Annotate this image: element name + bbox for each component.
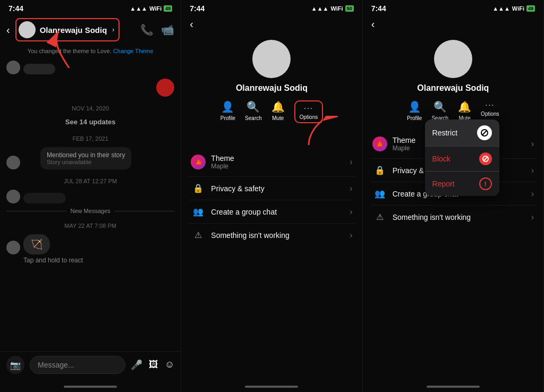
privacy-title-2: Privacy & safety [211, 184, 350, 193]
profile-action-profile-3[interactable]: 👤 Profile [407, 100, 422, 121]
status-bar-3: 7:44 ▲▲▲ WiFi 49 [363, 0, 543, 15]
time-1: 7:44 [8, 4, 23, 13]
change-theme-link[interactable]: Change Theme [113, 48, 154, 54]
profile-label: Profile [220, 115, 235, 121]
profile-actions-3: 👤 Profile 🔍 Search 🔔 Mute ··· Options Re… [363, 100, 543, 121]
privacy-chevron-3: › [531, 166, 534, 175]
chat-row-4: 🏹 [6, 234, 174, 254]
chat-avatar-sm-2 [6, 156, 20, 169]
dropdown-restrict[interactable]: Restrict [425, 120, 499, 147]
profile-action-mute[interactable]: 🔔 Mute [271, 100, 285, 123]
time-2: 7:44 [190, 4, 205, 13]
chat-row-2: Mentioned you in their story Story unava… [6, 147, 174, 169]
group-icon-3: 👥 [372, 189, 387, 199]
battery-1: 49 [164, 5, 172, 12]
profile-name-2: Olanrewaju Sodiq [236, 83, 308, 93]
profile-action-search-3[interactable]: 🔍 Search [431, 100, 448, 121]
status-icons-1: ▲▲▲ WiFi 49 [130, 5, 173, 12]
status-icons-3: ▲▲▲ WiFi 49 [492, 5, 535, 12]
sticker-icon[interactable]: ☺ [165, 359, 174, 371]
block-label: Block [432, 155, 450, 163]
chat-avatar-sm-4 [6, 241, 20, 254]
profile-body-3: Olanrewaju Sodiq 👤 Profile 🔍 Search 🔔 Mu… [363, 35, 543, 381]
bubble-3 [23, 193, 66, 203]
report-icon: ! [479, 177, 492, 190]
mention-text: Mentioned you in their story [47, 151, 125, 159]
back-button-3[interactable]: ‹ [371, 18, 375, 30]
chat-row-1 [6, 61, 174, 74]
chat-header: ‹ Olanrewaju Sodiq › 📞 📹 [0, 15, 181, 46]
signal-icon-3: ▲▲▲ [492, 5, 510, 12]
privacy-chevron-2: › [350, 184, 352, 193]
video-button[interactable]: 📹 [161, 23, 174, 36]
chat-panel: 7:44 ▲▲▲ WiFi 49 ‹ Olanrewaju Sodiq › 📞 … [0, 0, 181, 392]
see-updates[interactable]: See 14 updates [6, 117, 174, 127]
tap-hold-label: Tap and hold to react [23, 257, 174, 264]
home-indicator-1 [0, 381, 181, 392]
signal-icon-1: ▲▲▲ [130, 5, 148, 12]
back-button-2[interactable]: ‹ [190, 18, 193, 30]
status-icons-2: ▲▲▲ WiFi 50 [311, 5, 354, 12]
home-indicator-3 [363, 381, 543, 392]
status-bar-1: 7:44 ▲▲▲ WiFi 49 [0, 0, 181, 15]
chat-avatar-sm-3 [6, 190, 20, 203]
theme-icon-2: 🍁 [191, 155, 206, 169]
sent-bubble-circle [156, 79, 174, 97]
svg-line-3 [482, 131, 487, 135]
alert-icon-2: ⚠ [191, 230, 206, 240]
profile-icon: 👤 [221, 100, 234, 113]
dropdown-block[interactable]: Block [425, 147, 499, 172]
contact-name-box[interactable]: Olanrewaju Sodiq › [15, 18, 120, 41]
menu-item-group-2[interactable]: 👥 Create a group chat › [189, 200, 354, 224]
options-icon-3: ··· [486, 100, 495, 109]
wifi-icon-1: WiFi [149, 5, 162, 12]
menu-items-2: 🍁 Theme Maple › 🔒 Privacy & safety › 👥 C… [181, 148, 362, 246]
group-icon-2: 👥 [191, 207, 206, 217]
profile-action-search[interactable]: 🔍 Search [245, 100, 262, 123]
wifi-icon-2: WiFi [331, 5, 343, 12]
search-icon: 🔍 [246, 100, 260, 113]
dropdown-report[interactable]: Report ! [425, 172, 499, 196]
profile-header-3: ‹ [363, 15, 543, 35]
menu-item-theme-2[interactable]: 🍁 Theme Maple › [189, 148, 354, 177]
profile-action-options-3[interactable]: ··· Options Restrict Block [481, 100, 499, 121]
theme-chevron-2: › [350, 157, 352, 167]
profile-label-3: Profile [407, 115, 422, 121]
menu-item-privacy-2[interactable]: 🔒 Privacy & safety › [189, 177, 354, 200]
profile-action-profile[interactable]: 👤 Profile [220, 100, 235, 123]
menu-text-issue-3: Something isn't working [393, 213, 531, 221]
battery-2: 50 [345, 5, 354, 12]
issue-chevron-2: › [350, 231, 352, 240]
signal-icon-2: ▲▲▲ [311, 5, 329, 12]
options-label: Options [300, 114, 318, 120]
lock-icon-2: 🔒 [191, 183, 206, 193]
mute-icon-3: 🔔 [458, 100, 471, 113]
menu-item-issue-3[interactable]: ⚠ Something isn't working › [370, 206, 536, 228]
status-bar-2: 7:44 ▲▲▲ WiFi 50 [181, 0, 362, 15]
options-icon: ··· [304, 104, 313, 112]
alert-icon-3: ⚠ [372, 212, 387, 222]
battery-3: 49 [526, 5, 535, 12]
theme-change-msg: You changed the theme to Love. Change Th… [6, 46, 174, 56]
arrow-container-2 [181, 132, 362, 148]
profile-action-mute-3[interactable]: 🔔 Mute [458, 100, 471, 121]
menu-item-issue-2[interactable]: ⚠ Something isn't working › [189, 224, 354, 246]
message-input[interactable]: Message... [30, 356, 125, 374]
call-button[interactable]: 📞 [140, 23, 154, 36]
camera-button[interactable]: 📷 [6, 356, 24, 374]
gallery-icon[interactable]: 🖼 [149, 359, 158, 371]
profile-panel: 7:44 ▲▲▲ WiFi 50 ‹ Olanrewaju Sodiq 👤 Pr… [181, 0, 362, 392]
profile-actions-2: 👤 Profile 🔍 Search 🔔 Mute ··· Options [181, 100, 362, 123]
block-icon [479, 152, 492, 165]
new-messages-divider: New Messages [6, 208, 174, 214]
profile-action-options[interactable]: ··· Options [294, 100, 323, 123]
search-label: Search [245, 115, 262, 121]
menu-text-theme-2: Theme Maple [211, 154, 350, 170]
mic-icon[interactable]: 🎤 [131, 359, 142, 371]
options-dropdown: Restrict Block [425, 120, 499, 196]
name-chevron-icon: › [112, 26, 114, 33]
menu-text-privacy-2: Privacy & safety [211, 184, 350, 193]
story-unavail: Story unavailable [47, 159, 125, 165]
date-label-2: FEB 17, 2021 [6, 131, 174, 143]
back-button-1[interactable]: ‹ [6, 24, 10, 36]
